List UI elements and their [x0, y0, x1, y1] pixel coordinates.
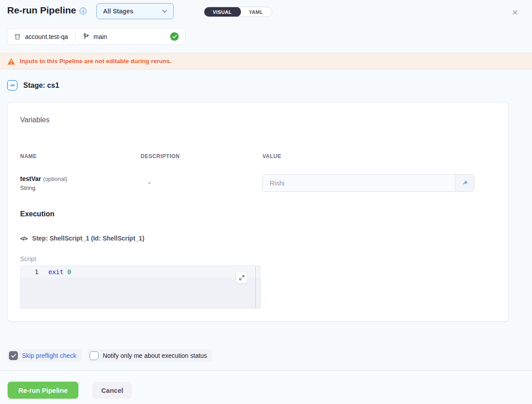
expand-editor-button[interactable] [236, 271, 248, 284]
run-options: Skip preflight check Notify only me abou… [7, 349, 212, 362]
variable-value-input[interactable] [263, 175, 455, 191]
page-title-text: Re-run Pipeline [7, 5, 76, 16]
stage-heading: </> Stage: cs1 [7, 80, 59, 90]
step-label: Step: ShellScript_1 (Id: ShellScript_1) [32, 235, 145, 242]
variables-section-title: Variables [20, 116, 50, 124]
notify-me-option[interactable]: Notify only me about execution status [88, 349, 212, 362]
close-icon[interactable]: ✕ [510, 7, 520, 18]
script-field-label: Script [20, 255, 36, 262]
variable-optional-tag: (optional) [43, 176, 67, 182]
divider [75, 32, 76, 41]
tab-visual[interactable]: VISUAL [204, 7, 241, 17]
skip-preflight-label: Skip preflight check [22, 352, 76, 359]
view-mode-toggle: VISUAL YAML [204, 7, 272, 17]
stage-title: Stage: cs1 [23, 82, 59, 90]
rerun-pipeline-button[interactable]: Re-run Pipeline [8, 382, 78, 399]
code-step-icon: </> [20, 235, 27, 242]
custom-stage-icon: </> [7, 80, 17, 90]
dialog-footer: Re-run Pipeline Cancel [0, 370, 532, 404]
variable-name: testVar [20, 175, 41, 182]
repository-name: account.test-qa [25, 33, 68, 40]
chevron-down-icon [162, 10, 167, 13]
variable-name-cell: testVar (optional) String [20, 174, 67, 193]
rerun-pipeline-dialog: Re-run Pipeline i All Stages VISUAL YAML… [0, 0, 532, 404]
editor-scrollbar[interactable] [255, 266, 256, 308]
pipeline-context-card: account.test-qa main [7, 28, 185, 45]
code-line: 1 exit 0 [21, 266, 260, 278]
variable-value-field-wrap [262, 174, 474, 192]
info-icon[interactable]: i [80, 8, 86, 14]
page-title: Re-run Pipeline i [7, 5, 86, 16]
skip-preflight-checkbox[interactable] [9, 351, 18, 360]
column-header-value: VALUE [262, 153, 281, 159]
variable-description: - [148, 179, 150, 186]
tab-yaml[interactable]: YAML [240, 7, 272, 17]
valid-check-icon [170, 32, 179, 41]
stage-selector-dropdown[interactable]: All Stages [96, 3, 174, 19]
line-number: 1 [21, 268, 48, 275]
warning-icon [7, 58, 15, 65]
code-argument: 0 [67, 268, 71, 275]
skip-preflight-option[interactable]: Skip preflight check [7, 349, 82, 362]
stage-inputs-card: Variables NAME DESCRIPTION VALUE testVar… [7, 102, 509, 322]
cancel-button[interactable]: Cancel [92, 382, 132, 399]
execution-section-title: Execution [20, 210, 54, 218]
tab-visual-label: VISUAL [213, 9, 232, 15]
branch-name: main [94, 33, 107, 40]
step-heading: </> Step: ShellScript_1 (Id: ShellScript… [20, 235, 144, 242]
git-branch-icon [83, 33, 90, 40]
pin-icon[interactable] [455, 175, 474, 191]
warning-banner: Inputs to this Pipeline are not editable… [0, 53, 532, 69]
script-code-editor[interactable]: 1 exit 0 [20, 266, 261, 309]
code-keyword: exit [48, 268, 64, 275]
variable-type: String [20, 184, 67, 193]
stage-selector-value: All Stages [103, 8, 133, 15]
column-header-description: DESCRIPTION [141, 153, 180, 159]
repository-icon [14, 33, 21, 40]
warning-message: Inputs to this Pipeline are not editable… [20, 58, 172, 64]
tab-yaml-label: YAML [249, 9, 263, 15]
column-header-name: NAME [20, 153, 37, 159]
notify-me-label: Notify only me about execution status [103, 352, 207, 359]
notify-me-checkbox[interactable] [90, 351, 99, 360]
